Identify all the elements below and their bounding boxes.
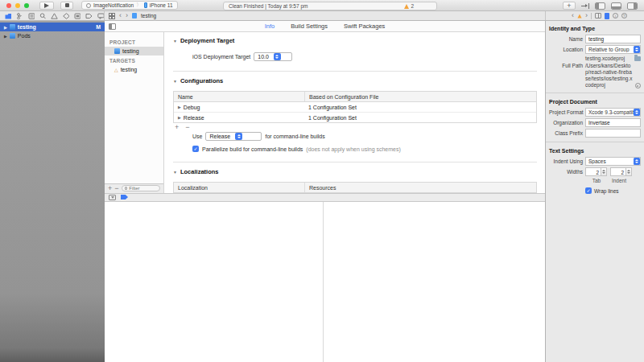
- project-navigator-icon[interactable]: [5, 13, 11, 19]
- quick-help-inspector-icon[interactable]: ?: [621, 13, 627, 19]
- warning-counter[interactable]: 2: [404, 3, 414, 9]
- indent-using-popup[interactable]: Spaces: [585, 157, 641, 166]
- debug-console: [105, 202, 545, 362]
- library-button[interactable]: +: [563, 2, 576, 10]
- tab-caption: Tab: [585, 178, 608, 183]
- jump-bar-file[interactable]: testing: [141, 13, 156, 19]
- history-inspector-icon[interactable]: i: [613, 13, 618, 19]
- file-icon: [132, 13, 137, 19]
- target-item[interactable]: △ testing: [105, 65, 163, 74]
- related-items-icon[interactable]: [109, 13, 115, 19]
- organization-label: Organization: [549, 120, 583, 125]
- popup-arrows-icon: [634, 109, 640, 116]
- close-window-button[interactable]: [6, 3, 11, 8]
- minimize-window-button[interactable]: [15, 3, 20, 8]
- stop-button[interactable]: [60, 2, 73, 10]
- disclosure-open-icon[interactable]: ▼: [173, 39, 177, 43]
- scheme-selector[interactable]: ImageNotification 〉 iPhone 11: [81, 1, 178, 10]
- divider: [546, 142, 644, 142]
- wrap-lines-checkbox[interactable]: ✓: [585, 187, 592, 194]
- table-row[interactable]: ▶Debug 1 Configuration Set: [174, 102, 536, 113]
- parallelize-note: (does not apply when using schemes): [306, 146, 401, 152]
- toggle-inspector-button[interactable]: [627, 2, 638, 10]
- class-prefix-label: Class Prefix: [549, 130, 583, 136]
- section-deployment-target[interactable]: ▼ Deployment Target: [173, 37, 537, 44]
- ribbon-bar: ‹ › testing ‹ › i ?: [0, 11, 644, 21]
- editor-layout-button[interactable]: [581, 3, 589, 9]
- table-header: Name Based on Configuration File: [174, 92, 536, 102]
- disclosure-icon[interactable]: ▶: [178, 105, 181, 109]
- toggle-navigator-button[interactable]: [595, 2, 605, 10]
- reveal-arrow-icon[interactable]: [635, 83, 641, 88]
- disclosure-icon[interactable]: ▶: [4, 25, 7, 30]
- parallelize-label: Parallelize build for command-line build…: [202, 146, 303, 152]
- class-prefix-field[interactable]: [585, 129, 641, 138]
- xcode-window: ImageNotification 〉 iPhone 11 Clean Fini…: [0, 0, 644, 362]
- section-configurations[interactable]: ▼ Configurations: [173, 77, 537, 84]
- ios-deployment-target-popup[interactable]: 10.0: [254, 52, 292, 61]
- xcodeproj-icon: [10, 33, 15, 39]
- section-localizations[interactable]: ▼ Localizations: [173, 168, 537, 175]
- folder-icon[interactable]: [634, 56, 641, 61]
- popup-arrows-icon: [235, 133, 242, 140]
- variables-view[interactable]: [105, 202, 324, 362]
- tab-info[interactable]: Info: [265, 23, 275, 30]
- project-format-popup[interactable]: Xcode 9.3-compatible: [585, 108, 641, 117]
- navigator-item-pods[interactable]: ▶ Pods: [0, 31, 105, 40]
- issue-warning-icon[interactable]: [577, 14, 581, 18]
- text-settings-section-title: Text Settings: [546, 146, 644, 155]
- breakpoint-navigator-icon[interactable]: [85, 13, 92, 19]
- test-navigator-icon[interactable]: [63, 13, 69, 19]
- navigator-item-testing[interactable]: ▶ testing M: [0, 23, 105, 31]
- parallelize-checkbox[interactable]: ✓: [192, 146, 199, 152]
- project-item[interactable]: testing: [105, 47, 163, 56]
- jump-bar: ‹ › testing: [105, 11, 545, 20]
- app-extension-icon: [86, 3, 91, 8]
- stepper-arrows-icon[interactable]: [601, 167, 607, 176]
- location-popup[interactable]: Relative to Group: [585, 45, 641, 54]
- command-line-config-popup[interactable]: Release: [205, 132, 262, 141]
- filter-input[interactable]: [129, 186, 157, 191]
- editor-options-icon[interactable]: [595, 13, 601, 19]
- source-control-icon[interactable]: [16, 13, 23, 19]
- indent-caption: Indent: [608, 178, 630, 183]
- activity-viewer: Clean Finished | Today at 9:57 pm 2: [223, 2, 437, 10]
- console-output[interactable]: [324, 202, 545, 362]
- issue-navigator-icon[interactable]: [51, 13, 57, 19]
- disclosure-icon[interactable]: ▶: [4, 34, 7, 39]
- zoom-window-button[interactable]: [24, 3, 29, 8]
- name-field[interactable]: testing: [585, 35, 641, 43]
- full-path-value: /Users/kans/Desktop/react-native-firebas…: [585, 63, 634, 88]
- debug-navigator-icon[interactable]: [74, 13, 80, 19]
- project-navigator: ▶ testing M ▶ Pods: [0, 21, 105, 362]
- report-navigator-icon[interactable]: [97, 13, 104, 19]
- back-icon[interactable]: ‹: [119, 12, 122, 19]
- file-inspector-icon[interactable]: [605, 13, 609, 19]
- tab-swift-packages[interactable]: Swift Packages: [344, 23, 385, 30]
- tab-width-stepper[interactable]: 2: [585, 167, 607, 176]
- next-issue-icon[interactable]: ›: [585, 12, 588, 19]
- wrap-lines-label: Wrap lines: [594, 188, 619, 194]
- stepper-arrows-icon[interactable]: [626, 167, 632, 176]
- ios-deployment-target-label: iOS Deployment Target: [192, 54, 250, 60]
- forward-icon[interactable]: ›: [126, 12, 128, 19]
- tab-build-settings[interactable]: Build Settings: [291, 23, 328, 30]
- hide-debug-area-icon[interactable]: [109, 195, 116, 200]
- debug-bar: [105, 193, 545, 202]
- filter-bar: + −: [105, 183, 163, 193]
- scheme-device: iPhone 11: [150, 2, 173, 8]
- popup-arrows-icon: [274, 53, 281, 60]
- table-row[interactable]: ▶Release 1 Configuration Set: [174, 113, 536, 122]
- popup-arrows-icon: [634, 158, 640, 165]
- toggle-debug-area-button[interactable]: [611, 2, 621, 10]
- run-button[interactable]: [39, 2, 54, 10]
- organization-field[interactable]: Invertase: [585, 118, 641, 127]
- find-navigator-icon[interactable]: [39, 13, 46, 19]
- filter-field[interactable]: [122, 185, 160, 191]
- indent-width-stepper[interactable]: 2: [610, 167, 632, 176]
- previous-issue-icon[interactable]: ‹: [572, 12, 574, 19]
- breakpoints-toggle-icon[interactable]: [121, 195, 128, 200]
- warning-count: 2: [411, 3, 414, 9]
- project-info-pane: ▼ Deployment Target iOS Deployment Targe…: [164, 32, 545, 193]
- symbol-navigator-icon[interactable]: [28, 13, 35, 19]
